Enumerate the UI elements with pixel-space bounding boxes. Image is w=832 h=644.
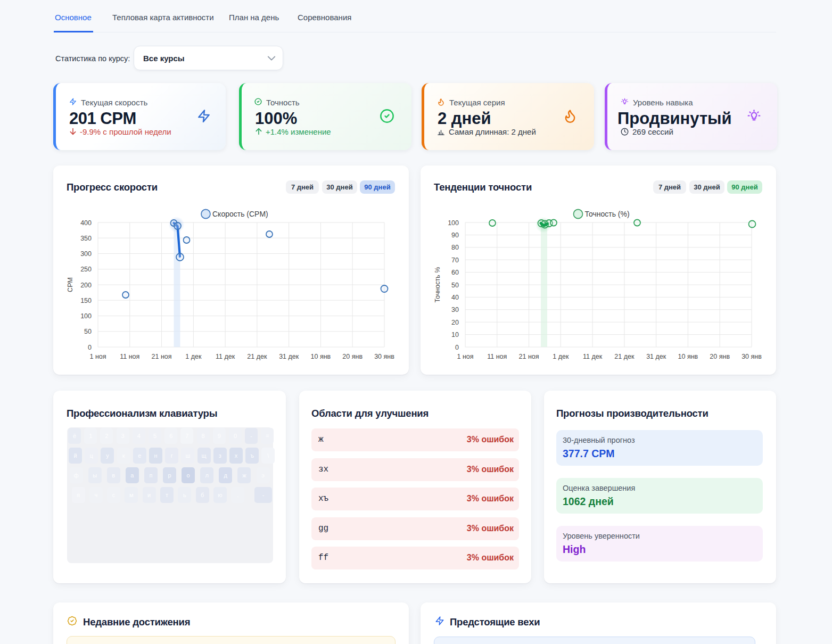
svg-text:20 янв: 20 янв bbox=[342, 353, 363, 360]
svg-text:30 янв: 30 янв bbox=[742, 353, 762, 360]
svg-text:Скорость (CPM): Скорость (CPM) bbox=[212, 210, 268, 218]
svg-text:Точность %: Точность % bbox=[434, 267, 441, 303]
svg-text:21 дек: 21 дек bbox=[247, 353, 267, 360]
svg-text:1 дек: 1 дек bbox=[185, 353, 202, 360]
svg-text:400: 400 bbox=[80, 219, 92, 227]
svg-text:100: 100 bbox=[80, 312, 92, 320]
svg-text:31 дек: 31 дек bbox=[279, 353, 299, 360]
svg-text:30 янв: 30 янв bbox=[374, 353, 394, 360]
svg-text:50: 50 bbox=[84, 328, 92, 335]
svg-text:0: 0 bbox=[88, 344, 92, 351]
svg-text:20: 20 bbox=[451, 319, 459, 326]
svg-text:10 янв: 10 янв bbox=[678, 353, 698, 360]
svg-text:1 дек: 1 дек bbox=[553, 353, 569, 360]
svg-text:21 ноя: 21 ноя bbox=[152, 353, 172, 360]
svg-text:21 ноя: 21 ноя bbox=[519, 353, 539, 360]
svg-text:70: 70 bbox=[451, 257, 459, 264]
svg-text:10 янв: 10 янв bbox=[311, 353, 331, 360]
svg-text:11 дек: 11 дек bbox=[583, 353, 603, 360]
svg-text:30: 30 bbox=[451, 306, 459, 313]
svg-text:11 дек: 11 дек bbox=[216, 353, 235, 360]
svg-text:300: 300 bbox=[80, 250, 92, 258]
svg-text:CPM: CPM bbox=[67, 277, 74, 292]
svg-text:80: 80 bbox=[451, 244, 459, 251]
svg-text:150: 150 bbox=[80, 297, 92, 304]
svg-text:10: 10 bbox=[451, 331, 459, 338]
svg-text:21 дек: 21 дек bbox=[614, 353, 635, 360]
svg-text:350: 350 bbox=[80, 235, 92, 242]
svg-text:1 ноя: 1 ноя bbox=[457, 353, 473, 360]
svg-text:60: 60 bbox=[451, 269, 459, 276]
svg-text:31 дек: 31 дек bbox=[646, 353, 666, 360]
svg-text:90: 90 bbox=[451, 232, 459, 239]
svg-text:40: 40 bbox=[451, 294, 459, 301]
svg-text:Точность (%): Точность (%) bbox=[585, 210, 630, 218]
svg-text:100: 100 bbox=[448, 219, 459, 227]
svg-text:200: 200 bbox=[80, 282, 92, 289]
svg-text:0: 0 bbox=[455, 344, 459, 351]
svg-text:50: 50 bbox=[451, 282, 459, 289]
svg-text:11 ноя: 11 ноя bbox=[120, 353, 139, 360]
svg-text:20 янв: 20 янв bbox=[710, 353, 730, 360]
svg-text:11 ноя: 11 ноя bbox=[487, 353, 507, 360]
svg-text:250: 250 bbox=[80, 266, 92, 273]
svg-text:1 ноя: 1 ноя bbox=[89, 353, 106, 360]
